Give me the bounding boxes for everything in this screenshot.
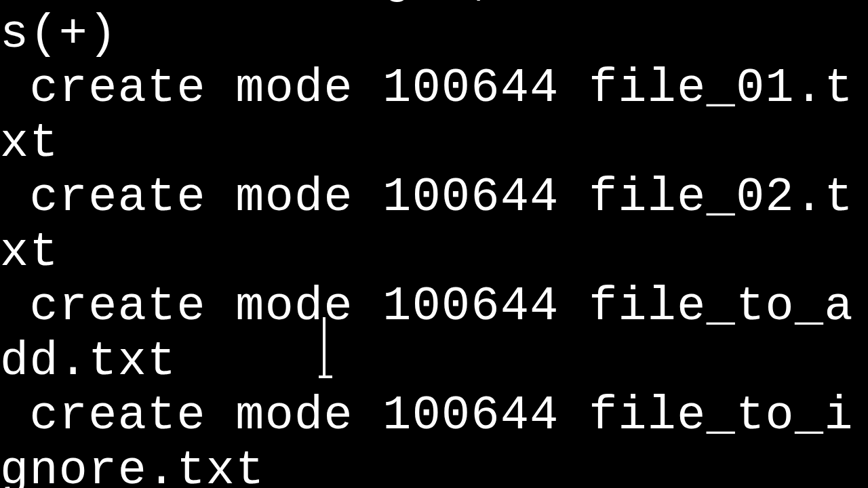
output-line-create-2: create mode 100644 file_02.txt: [0, 171, 854, 279]
output-line-create-3: create mode 100644 file_to_add.txt: [0, 280, 854, 388]
terminal-output[interactable]: 4 files changed, 4 insertions(+) create …: [0, 0, 868, 488]
text-cursor-icon: [323, 317, 326, 378]
output-line-summary: 4 files changed, 4 insertions(+): [0, 0, 854, 61]
output-line-create-1: create mode 100644 file_01.txt: [0, 62, 854, 170]
output-line-create-4: create mode 100644 file_to_ignore.txt: [0, 389, 854, 488]
